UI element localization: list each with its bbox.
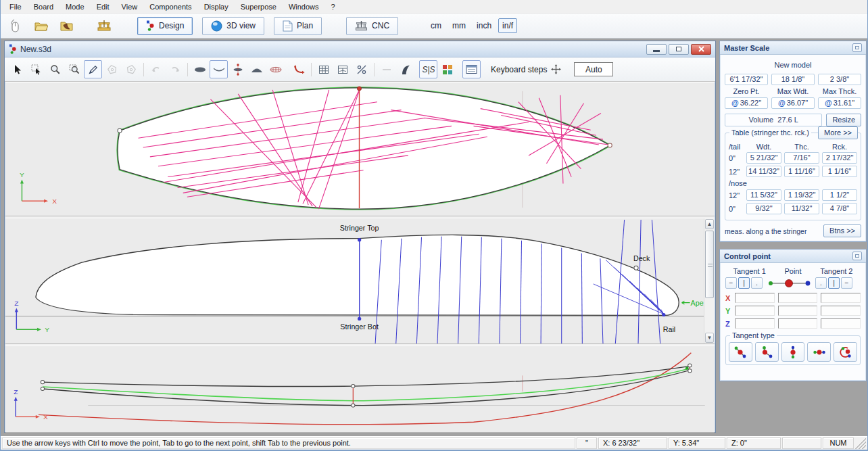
deck-point-handle[interactable] xyxy=(634,266,638,270)
tangent1-z-field[interactable] xyxy=(735,318,775,329)
board-outline[interactable] xyxy=(118,88,610,209)
point-z-field[interactable] xyxy=(778,318,818,329)
restore-button[interactable] xyxy=(669,44,689,55)
stringer-bot-handle[interactable] xyxy=(358,317,361,321)
tangent1-y-field[interactable] xyxy=(735,306,775,316)
plan-mode-button[interactable]: Plan xyxy=(274,17,322,35)
control-point-handle[interactable] xyxy=(357,87,361,91)
menu-item-superpose[interactable]: Superpose xyxy=(235,1,283,13)
auto-button[interactable]: Auto xyxy=(574,62,613,76)
unit-inch-button[interactable]: inch xyxy=(473,18,496,33)
marquee-select-tool-button[interactable] xyxy=(27,60,45,78)
menu-item-help[interactable]: ? xyxy=(325,1,341,13)
control-point-handle[interactable] xyxy=(41,381,44,384)
bottom-curve[interactable] xyxy=(43,370,690,405)
table-cell-field[interactable]: 1 11/16" xyxy=(784,166,819,177)
btns-button[interactable]: Btns >> xyxy=(823,224,861,237)
point-x-field[interactable] xyxy=(778,293,818,303)
properties-panel-button[interactable] xyxy=(462,60,481,78)
grid-toggle-button[interactable] xyxy=(314,60,333,78)
tangent2-bar-button[interactable]: | xyxy=(828,277,840,289)
table-cell-field[interactable]: 1 1/2" xyxy=(822,189,857,201)
menu-item-mode[interactable]: Mode xyxy=(59,1,91,13)
menu-item-view[interactable]: View xyxy=(116,1,144,13)
menu-item-windows[interactable]: Windows xyxy=(283,1,325,13)
table-cell-field[interactable]: 2 17/32" xyxy=(822,152,857,164)
select-tool-button[interactable] xyxy=(8,60,26,78)
panel-close-button[interactable] xyxy=(852,252,862,260)
tangent1-bar-button[interactable]: | xyxy=(738,277,750,289)
table-cell-field[interactable]: 9/32" xyxy=(746,203,781,214)
table-cell-field[interactable]: 11 5/32" xyxy=(746,189,781,201)
save-file-button[interactable] xyxy=(56,16,76,35)
max-wdt-field[interactable]: @36.07" xyxy=(771,97,815,109)
guideline-button[interactable] xyxy=(377,60,395,78)
rotate-right-tool-button[interactable] xyxy=(122,60,140,78)
tangent-type-angular-button[interactable] xyxy=(755,342,779,362)
mesh-view-button[interactable] xyxy=(266,60,285,78)
profile-view-button[interactable] xyxy=(210,60,228,78)
panel-close-button[interactable] xyxy=(852,43,862,52)
master-scale-titlebar[interactable]: Master Scale xyxy=(720,41,866,55)
zoom-area-tool-button[interactable] xyxy=(65,60,83,78)
tangent-type-smooth-button[interactable] xyxy=(729,342,752,362)
menu-item-edit[interactable]: Edit xyxy=(91,1,116,13)
tangent-type-vertical-button[interactable] xyxy=(781,342,805,362)
tangent-type-arc-button[interactable] xyxy=(834,342,857,362)
rocker-red-curve[interactable] xyxy=(39,353,691,425)
max-thck-field[interactable]: @31.61" xyxy=(818,97,861,109)
deck-view-button[interactable] xyxy=(247,60,266,78)
rocker-view-button[interactable] xyxy=(289,60,308,78)
control-point-handle[interactable] xyxy=(41,387,44,390)
control-point-handle[interactable] xyxy=(688,369,692,373)
menu-item-board[interactable]: Board xyxy=(28,1,59,13)
tangent1-minus-button[interactable]: − xyxy=(725,277,737,289)
minimize-button[interactable] xyxy=(646,44,667,55)
resize-grip[interactable] xyxy=(855,437,866,449)
tangent2-z-field[interactable] xyxy=(821,318,861,329)
menu-item-display[interactable]: Display xyxy=(198,1,235,13)
menu-item-file[interactable]: File xyxy=(3,1,28,13)
thickness-field[interactable]: 2 3/8" xyxy=(818,74,861,85)
point-y-field[interactable] xyxy=(778,306,818,316)
move-step-button[interactable] xyxy=(547,60,565,78)
tangent2-y-field[interactable] xyxy=(821,306,861,316)
menu-item-components[interactable]: Components xyxy=(143,1,197,13)
outline-view-button[interactable] xyxy=(191,60,209,78)
table-cell-field[interactable]: 7/16" xyxy=(784,152,819,164)
3d-view-mode-button[interactable]: 3D view xyxy=(202,17,264,35)
control-point-titlebar[interactable]: Control point xyxy=(720,250,866,263)
mouse-tool-button[interactable] xyxy=(5,16,25,35)
unit-cm-button[interactable]: cm xyxy=(427,18,445,33)
open-file-button[interactable] xyxy=(30,16,51,35)
nose-green-handle[interactable] xyxy=(685,366,689,370)
thickness-view-button[interactable] xyxy=(228,60,247,78)
scroll-thumb[interactable] xyxy=(705,231,714,298)
measurements-button[interactable] xyxy=(352,60,370,78)
control-point-handle[interactable] xyxy=(352,385,355,388)
resize-button[interactable]: Resize xyxy=(826,114,861,126)
scroll-down-button[interactable]: ▼ xyxy=(705,333,714,343)
table-cell-field[interactable]: 5 21/32" xyxy=(746,152,781,164)
board-profile-shape[interactable] xyxy=(36,235,679,315)
width-field[interactable]: 18 1/8" xyxy=(771,74,815,85)
control-point-handle[interactable] xyxy=(608,143,612,147)
control-point-handle[interactable] xyxy=(352,404,355,407)
tangent2-minus-button[interactable]: − xyxy=(841,277,852,289)
edit-points-tool-button[interactable] xyxy=(84,60,102,78)
table-cell-field[interactable]: 1 1/16" xyxy=(822,166,857,177)
tangent1-x-field[interactable] xyxy=(735,293,775,303)
tangent2-dot-button[interactable]: . xyxy=(815,277,827,289)
fin-tool-button[interactable] xyxy=(396,60,414,78)
redo-button[interactable] xyxy=(166,60,184,78)
slices-panel-button[interactable] xyxy=(333,60,352,78)
symmetry-button[interactable]: S|S xyxy=(419,60,437,78)
outline-view-panel[interactable]: Y X xyxy=(5,82,715,216)
design-mode-button[interactable]: Design xyxy=(137,17,193,35)
rocker-view-panel[interactable]: Z X xyxy=(5,346,715,433)
more-button[interactable]: More >> xyxy=(818,126,858,139)
zoom-tool-button[interactable] xyxy=(46,60,64,78)
zero-pt-field[interactable]: @36.22" xyxy=(725,97,768,109)
deck-curve[interactable] xyxy=(43,366,690,387)
unit-mm-button[interactable]: mm xyxy=(448,18,470,33)
